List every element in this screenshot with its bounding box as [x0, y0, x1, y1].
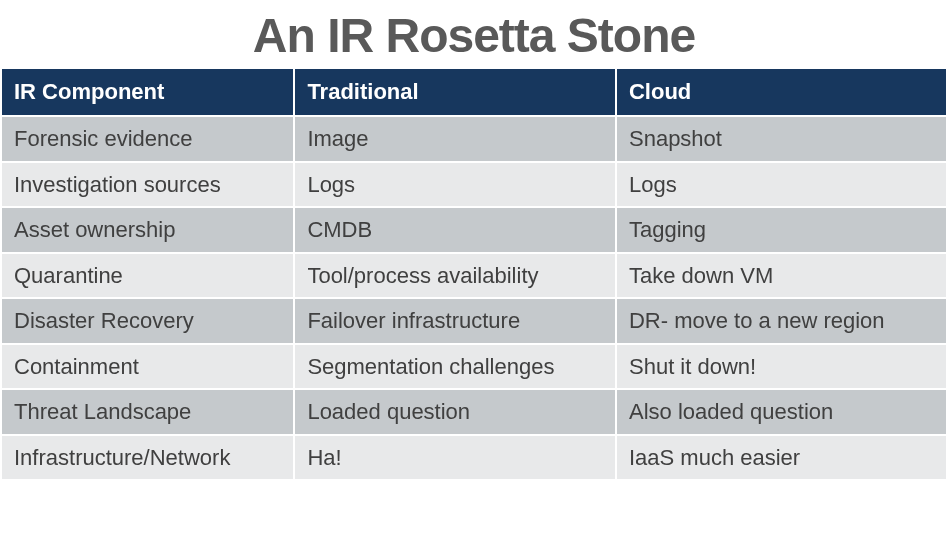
cell-traditional: CMDB: [295, 208, 615, 252]
cell-cloud: IaaS much easier: [617, 436, 946, 480]
cell-component: Disaster Recovery: [2, 299, 293, 343]
header-traditional: Traditional: [295, 69, 615, 115]
cell-cloud: Also loaded question: [617, 390, 946, 434]
table-row: Threat Landscape Loaded question Also lo…: [2, 390, 946, 434]
cell-cloud: DR- move to a new region: [617, 299, 946, 343]
cell-traditional: Segmentation challenges: [295, 345, 615, 389]
comparison-table: IR Component Traditional Cloud Forensic …: [0, 67, 948, 481]
table-header-row: IR Component Traditional Cloud: [2, 69, 946, 115]
cell-cloud: Snapshot: [617, 117, 946, 161]
table-row: Asset ownership CMDB Tagging: [2, 208, 946, 252]
cell-component: Quarantine: [2, 254, 293, 298]
page-title: An IR Rosetta Stone: [0, 0, 948, 67]
header-cloud: Cloud: [617, 69, 946, 115]
table-row: Investigation sources Logs Logs: [2, 163, 946, 207]
cell-traditional: Failover infrastructure: [295, 299, 615, 343]
cell-traditional: Loaded question: [295, 390, 615, 434]
table-row: Disaster Recovery Failover infrastructur…: [2, 299, 946, 343]
cell-traditional: Ha!: [295, 436, 615, 480]
cell-traditional: Logs: [295, 163, 615, 207]
cell-component: Forensic evidence: [2, 117, 293, 161]
header-ir-component: IR Component: [2, 69, 293, 115]
cell-component: Threat Landscape: [2, 390, 293, 434]
cell-traditional: Tool/process availability: [295, 254, 615, 298]
table-row: Forensic evidence Image Snapshot: [2, 117, 946, 161]
cell-cloud: Logs: [617, 163, 946, 207]
cell-component: Asset ownership: [2, 208, 293, 252]
cell-component: Infrastructure/Network: [2, 436, 293, 480]
table-row: Quarantine Tool/process availability Tak…: [2, 254, 946, 298]
cell-component: Containment: [2, 345, 293, 389]
cell-cloud: Shut it down!: [617, 345, 946, 389]
cell-traditional: Image: [295, 117, 615, 161]
cell-cloud: Tagging: [617, 208, 946, 252]
table-row: Infrastructure/Network Ha! IaaS much eas…: [2, 436, 946, 480]
table-row: Containment Segmentation challenges Shut…: [2, 345, 946, 389]
cell-component: Investigation sources: [2, 163, 293, 207]
cell-cloud: Take down VM: [617, 254, 946, 298]
